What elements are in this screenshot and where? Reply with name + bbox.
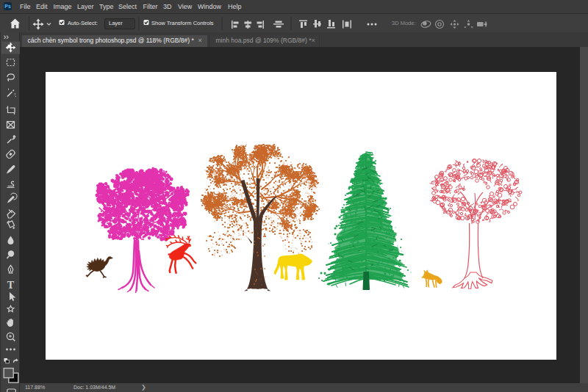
svg-text:T: T	[7, 280, 15, 291]
